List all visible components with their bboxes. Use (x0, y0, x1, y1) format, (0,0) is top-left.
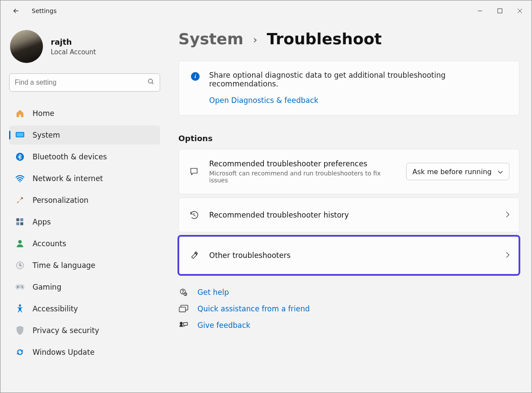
get-help-link[interactable]: Get help (197, 288, 229, 297)
troubleshooter-preferences-card[interactable]: Recommended troubleshooter preferences M… (178, 149, 519, 194)
svg-rect-11 (20, 218, 23, 221)
chevron-right-icon (506, 211, 509, 219)
update-icon (15, 347, 25, 357)
nav-label: Gaming (33, 283, 61, 291)
gaming-icon (15, 282, 25, 292)
nav-label: Time & language (33, 261, 95, 270)
troubleshooter-history-card[interactable]: Recommended troubleshooter history (178, 198, 519, 232)
history-icon (188, 209, 200, 221)
svg-point-22 (185, 295, 186, 296)
nav-privacy[interactable]: Privacy & security (9, 321, 160, 340)
nav-bluetooth[interactable]: Bluetooth & devices (9, 147, 160, 166)
accessibility-icon (15, 304, 25, 314)
sidebar-nav: Home System Bluetooth & devices Network … (9, 104, 160, 362)
breadcrumb: System › Troubleshoot (178, 30, 519, 48)
svg-rect-12 (16, 222, 20, 225)
wrench-icon (188, 250, 200, 261)
svg-line-5 (152, 83, 153, 84)
svg-point-4 (148, 79, 152, 83)
nav-network[interactable]: Network & internet (9, 169, 160, 188)
screens-icon (178, 305, 189, 313)
svg-point-17 (22, 287, 23, 288)
svg-rect-1 (498, 9, 502, 13)
card-subtitle: Microsoft can recommend and run troubles… (209, 170, 391, 184)
nav-label: Privacy & security (33, 326, 99, 335)
window-maximize[interactable] (490, 3, 510, 19)
other-troubleshooters-card[interactable]: Other troubleshooters (178, 236, 519, 275)
window-minimize[interactable] (470, 3, 490, 19)
search-icon (148, 78, 154, 87)
feedback-icon (178, 321, 189, 329)
chevron-down-icon (498, 168, 503, 176)
svg-point-25 (180, 322, 182, 324)
chat-icon (188, 166, 200, 177)
nav-label: Home (33, 109, 54, 118)
chevron-right-icon (506, 251, 509, 260)
svg-point-16 (21, 286, 22, 287)
svg-point-20 (183, 293, 183, 293)
shield-icon (15, 326, 25, 335)
nav-system[interactable]: System (9, 125, 160, 145)
nav-label: Bluetooth & devices (33, 152, 107, 161)
nav-time-language[interactable]: Time & language (9, 256, 160, 275)
dropdown-value: Ask me before running (413, 168, 492, 176)
nav-home[interactable]: Home (9, 104, 160, 123)
back-button[interactable] (9, 4, 23, 18)
avatar (10, 30, 43, 63)
clock-icon (15, 261, 25, 270)
open-diagnostics-link[interactable]: Open Diagnostics & feedback (209, 96, 509, 105)
nav-accessibility[interactable]: Accessibility (9, 299, 160, 318)
svg-point-14 (18, 240, 22, 244)
person-icon (15, 239, 25, 248)
svg-rect-24 (179, 307, 185, 312)
window-close[interactable] (510, 3, 530, 19)
apps-icon (15, 217, 25, 227)
svg-rect-13 (20, 222, 23, 225)
quick-assist-link[interactable]: Quick assistance from a friend (197, 304, 310, 313)
svg-rect-7 (16, 133, 23, 137)
preferences-dropdown[interactable]: Ask me before running (406, 163, 509, 180)
search-input[interactable] (15, 79, 148, 86)
help-icon (178, 288, 189, 297)
brush-icon (15, 195, 25, 205)
give-feedback-link[interactable]: Give feedback (197, 321, 250, 330)
search-input-wrapper[interactable] (9, 73, 160, 92)
nav-label: Personalization (33, 196, 89, 205)
svg-point-9 (20, 181, 21, 182)
nav-label: Accounts (33, 239, 66, 248)
diagnostics-info-card: i Share optional diagnostic data to get … (178, 61, 519, 116)
nav-label: System (33, 131, 60, 139)
breadcrumb-current: Troubleshoot (267, 30, 382, 48)
info-text: Share optional diagnostic data to get ad… (209, 71, 509, 88)
nav-personalization[interactable]: Personalization (9, 191, 160, 210)
options-heading: Options (178, 134, 519, 143)
user-profile[interactable]: rajth Local Account (10, 30, 160, 63)
nav-gaming[interactable]: Gaming (9, 277, 160, 297)
card-title: Recommended troubleshooter preferences (209, 159, 397, 168)
svg-point-18 (19, 304, 21, 307)
svg-rect-10 (16, 218, 20, 221)
nav-label: Windows Update (33, 348, 95, 357)
system-icon (15, 130, 25, 140)
bluetooth-icon (15, 152, 25, 162)
user-name: rajth (51, 37, 96, 46)
card-title: Recommended troubleshooter history (209, 211, 496, 219)
chevron-right-icon: › (253, 34, 257, 46)
breadcrumb-parent[interactable]: System (178, 30, 243, 48)
nav-apps[interactable]: Apps (9, 212, 160, 231)
home-icon (15, 109, 25, 118)
info-icon: i (191, 72, 200, 81)
user-subtitle: Local Account (51, 48, 96, 56)
nav-label: Accessibility (33, 304, 78, 313)
wifi-icon (15, 174, 25, 183)
nav-accounts[interactable]: Accounts (9, 234, 160, 253)
nav-label: Network & internet (33, 174, 103, 183)
nav-label: Apps (33, 218, 51, 226)
nav-windows-update[interactable]: Windows Update (9, 343, 160, 362)
window-title: Settings (32, 7, 56, 14)
card-title: Other troubleshooters (209, 251, 496, 260)
